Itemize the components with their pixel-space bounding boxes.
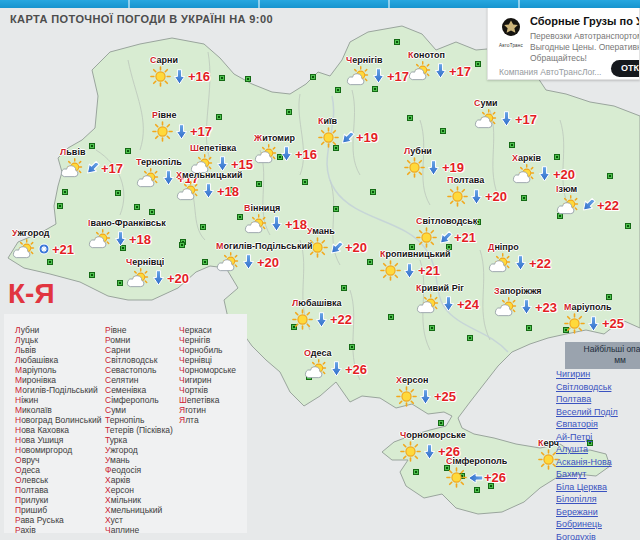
- city-weather-Світловодськ[interactable]: Світловодськ+21: [416, 216, 477, 248]
- city-index-item[interactable]: Чернівці: [179, 355, 245, 365]
- ad-open-button[interactable]: ОТКРЫТЬ: [611, 60, 640, 77]
- city-weather-Чернівці[interactable]: Чернівці+20: [126, 257, 189, 288]
- city-index-item[interactable]: Яготин: [179, 405, 245, 415]
- precip-city-link[interactable]: Ай-Петрі: [556, 431, 640, 444]
- precip-city-link[interactable]: Біла Церква: [556, 481, 640, 494]
- city-index-item[interactable]: Львів: [15, 345, 105, 355]
- city-weather-Дніпро[interactable]: Дніпро+22: [488, 242, 551, 273]
- city-index-item[interactable]: Олевськ: [15, 475, 105, 485]
- ad-banner[interactable]: АвтоТранс Сборные Грузы по Украине Перев…: [487, 6, 640, 80]
- city-weather-Житомир[interactable]: Житомир+16: [254, 133, 317, 164]
- precip-city-link[interactable]: Євпаторія: [556, 418, 640, 431]
- city-weather-Чернігів[interactable]: Чернігів+17: [346, 55, 409, 86]
- city-weather-Полтава[interactable]: Полтава+20: [447, 175, 507, 207]
- city-index-item[interactable]: Новомиргород: [15, 445, 105, 455]
- city-name-label: Ізюм: [556, 184, 619, 194]
- city-weather-Конотоп[interactable]: Конотоп+17: [408, 50, 471, 81]
- city-index-item[interactable]: Чернігів: [179, 335, 245, 345]
- city-index-item[interactable]: Новоград Волинський: [15, 415, 105, 425]
- precip-city-link[interactable]: Богодухів: [556, 531, 640, 540]
- city-index-item[interactable]: Миколаїв: [15, 405, 105, 415]
- city-weather-Сімферополь[interactable]: Сімферополь+26: [446, 456, 507, 488]
- city-weather-Одеса[interactable]: Одеса+26: [304, 348, 367, 379]
- precip-city-link[interactable]: Бобринець: [556, 518, 640, 531]
- city-index-item[interactable]: Чортків: [179, 385, 245, 395]
- precip-city-link[interactable]: Світловодськ: [556, 381, 640, 394]
- city-index-item[interactable]: Чигирин: [179, 375, 245, 385]
- city-index-item[interactable]: Чорноморське: [179, 365, 245, 375]
- city-weather-Сарни[interactable]: Сарни+16: [150, 55, 210, 87]
- city-index-item[interactable]: Селятин: [105, 375, 179, 385]
- city-index-item[interactable]: Рахів: [15, 525, 105, 535]
- city-weather-Любашівка[interactable]: Любашівка+22: [292, 298, 352, 330]
- city-index-item[interactable]: Рава Руська: [15, 515, 105, 525]
- city-index-item[interactable]: Феодосія: [105, 465, 179, 475]
- city-weather-Кропивницький[interactable]: Кропивницький+21: [380, 249, 451, 281]
- precip-city-link[interactable]: Чигирин: [556, 368, 640, 381]
- city-index-item[interactable]: Овруч: [15, 455, 105, 465]
- city-index-item[interactable]: Любашівка: [15, 355, 105, 365]
- city-index-item[interactable]: Сарни: [105, 345, 179, 355]
- city-index-item[interactable]: Тетерів (Пісківка): [105, 425, 179, 435]
- city-index-item[interactable]: Умань: [105, 455, 179, 465]
- city-weather-Ізюм[interactable]: Ізюм+22: [556, 184, 619, 215]
- city-index-item[interactable]: Хмільник: [105, 495, 179, 505]
- precip-city-link[interactable]: Веселий Поділ: [556, 406, 640, 419]
- city-index-item[interactable]: Чорнобиль: [179, 345, 245, 355]
- city-index-item[interactable]: Лубни: [15, 325, 105, 335]
- city-index-item[interactable]: Хуст: [105, 515, 179, 525]
- city-index-item[interactable]: Хмельницький: [105, 505, 179, 515]
- city-weather-Умань[interactable]: Умань+20: [307, 226, 367, 258]
- precip-city-link[interactable]: Білопілля: [556, 493, 640, 506]
- city-index-item[interactable]: Суми: [105, 405, 179, 415]
- city-weather-Могилів-Подільський[interactable]: Могилів-Подільський+20: [216, 241, 312, 272]
- city-index-item[interactable]: Ужгород: [105, 445, 179, 455]
- city-index-item[interactable]: Семенівка: [105, 385, 179, 395]
- city-weather-Київ[interactable]: Київ+19: [318, 116, 378, 148]
- city-index-item[interactable]: Луцьк: [15, 335, 105, 345]
- precip-city-link[interactable]: Асканія-Нова: [556, 456, 640, 469]
- city-index-item[interactable]: Маріуполь: [15, 365, 105, 375]
- city-weather-Харків[interactable]: Харків+20: [512, 153, 575, 184]
- city-index-item[interactable]: Світловодськ: [105, 355, 179, 365]
- city-weather-Лубни[interactable]: Лубни+19: [404, 146, 464, 178]
- city-weather-Рівне[interactable]: Рівне+17: [152, 110, 212, 142]
- city-weather-Суми[interactable]: Суми+17: [474, 98, 537, 129]
- city-index-item[interactable]: Шепетівка: [179, 395, 245, 405]
- top-navigation-bar[interactable]: [0, 0, 640, 8]
- city-index-item[interactable]: Полтава: [15, 485, 105, 495]
- city-weather-Львів[interactable]: Львів+17: [60, 147, 123, 178]
- city-weather-Кривий Ріг[interactable]: Кривий Ріг+24: [416, 283, 479, 314]
- city-index-item[interactable]: Ялта: [179, 415, 245, 425]
- city-index-item[interactable]: Харків: [105, 475, 179, 485]
- city-index-item[interactable]: Миронівка: [15, 375, 105, 385]
- city-index-item[interactable]: Нова Каховка: [15, 425, 105, 435]
- city-index-item[interactable]: Тернопіль: [105, 415, 179, 425]
- city-index-item[interactable]: Прилуки: [15, 495, 105, 505]
- city-weather-Ужгород[interactable]: Ужгород+21: [12, 228, 74, 259]
- precip-city-link[interactable]: Бережани: [556, 506, 640, 519]
- city-index-item[interactable]: Сімферополь: [105, 395, 179, 405]
- city-index-item[interactable]: Рівне: [105, 325, 179, 335]
- precip-city-link[interactable]: Бахмут: [556, 468, 640, 481]
- city-weather-Хмельницький[interactable]: Хмельницький+18: [176, 170, 243, 201]
- city-index-item[interactable]: Нова Ушиця: [15, 435, 105, 445]
- city-weather-Запоріжжя[interactable]: Запоріжжя+23: [494, 286, 557, 317]
- city-weather-Івано-Франківськ[interactable]: Івано-Франківськ+18: [88, 218, 166, 249]
- city-index-item[interactable]: Пришиб: [15, 505, 105, 515]
- precip-city-link[interactable]: Алушта: [556, 443, 640, 456]
- city-index-item[interactable]: Севастополь: [105, 365, 179, 375]
- city-index-item[interactable]: Турка: [105, 435, 179, 445]
- city-weather-Вінниця[interactable]: Вінниця+18: [244, 203, 307, 234]
- city-index-item[interactable]: Могилів-Подільський: [15, 385, 105, 395]
- city-index-item[interactable]: Херсон: [105, 485, 179, 495]
- city-weather-Маріуполь[interactable]: Маріуполь+25: [564, 302, 624, 334]
- city-index-item[interactable]: Чаплине: [105, 525, 179, 535]
- city-index-item[interactable]: Одеса: [15, 465, 105, 475]
- precip-city-link[interactable]: Полтава: [556, 393, 640, 406]
- city-index-item[interactable]: Ромни: [105, 335, 179, 345]
- city-index-item[interactable]: Ніжин: [15, 395, 105, 405]
- city-index-item[interactable]: Черкаси: [179, 325, 245, 335]
- city-name-label: Чернігів: [346, 55, 409, 65]
- city-weather-Херсон[interactable]: Херсон+25: [396, 375, 456, 407]
